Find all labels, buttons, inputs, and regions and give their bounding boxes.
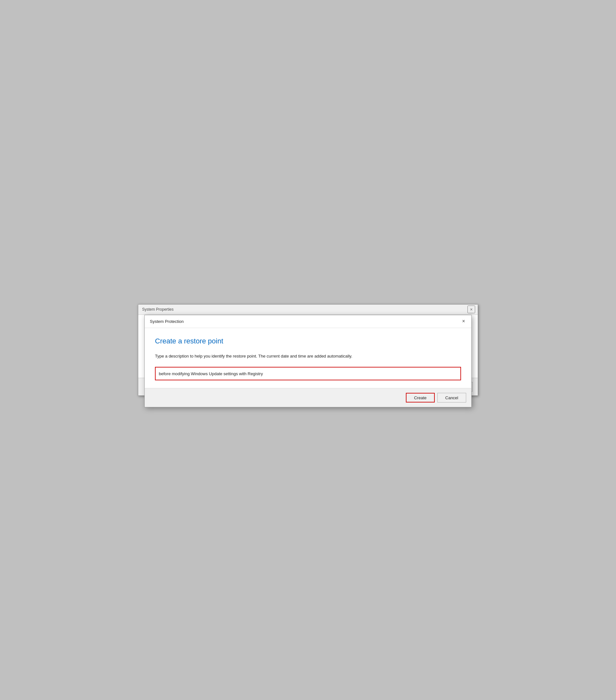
outer-content: System Protection × Create a restore poi… — [138, 315, 478, 396]
create-restore-point-button[interactable]: Create — [406, 393, 435, 402]
modal-description: Type a description to help you identify … — [155, 353, 461, 360]
create-button-label: Create — [414, 396, 426, 400]
modal-titlebar: System Protection × — [145, 315, 471, 328]
system-protection-dialog: System Protection × Create a restore poi… — [144, 315, 472, 408]
modal-cancel-button[interactable]: Cancel — [437, 393, 466, 402]
system-properties-window: System Properties × System Protection × … — [138, 304, 478, 396]
modal-heading: Create a restore point — [155, 337, 461, 345]
modal-close-button[interactable]: × — [459, 317, 468, 326]
restore-point-description-input[interactable] — [155, 367, 461, 380]
outer-titlebar: System Properties × — [138, 304, 478, 315]
cancel-button-label: Cancel — [445, 396, 458, 400]
modal-footer: Create Cancel — [145, 388, 471, 407]
outer-window-title: System Properties — [142, 307, 174, 312]
modal-overlay: System Protection × Create a restore poi… — [138, 315, 478, 396]
outer-close-button[interactable]: × — [467, 305, 475, 313]
modal-title: System Protection — [150, 319, 184, 324]
modal-body: Create a restore point Type a descriptio… — [145, 328, 471, 388]
